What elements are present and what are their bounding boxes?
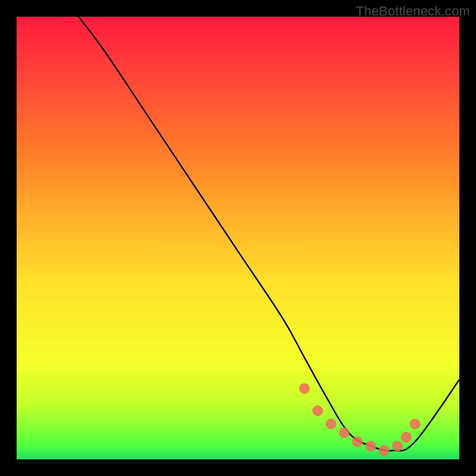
- marker-point: [325, 418, 336, 429]
- marker-point: [392, 441, 403, 452]
- marker-point: [365, 441, 376, 452]
- marker-point: [401, 432, 412, 443]
- watermark-text: TheBottleneck.com: [356, 4, 470, 19]
- marker-point: [339, 427, 350, 438]
- plot-area: [17, 17, 459, 459]
- marker-point: [299, 383, 310, 394]
- marker-point: [352, 436, 363, 447]
- curve-layer: [17, 17, 459, 459]
- bottleneck-curve: [79, 17, 459, 450]
- marker-point: [410, 418, 421, 429]
- chart-frame: TheBottleneck.com: [0, 0, 476, 476]
- marker-point: [379, 445, 390, 456]
- highlight-markers: [299, 383, 421, 456]
- marker-point: [312, 405, 323, 416]
